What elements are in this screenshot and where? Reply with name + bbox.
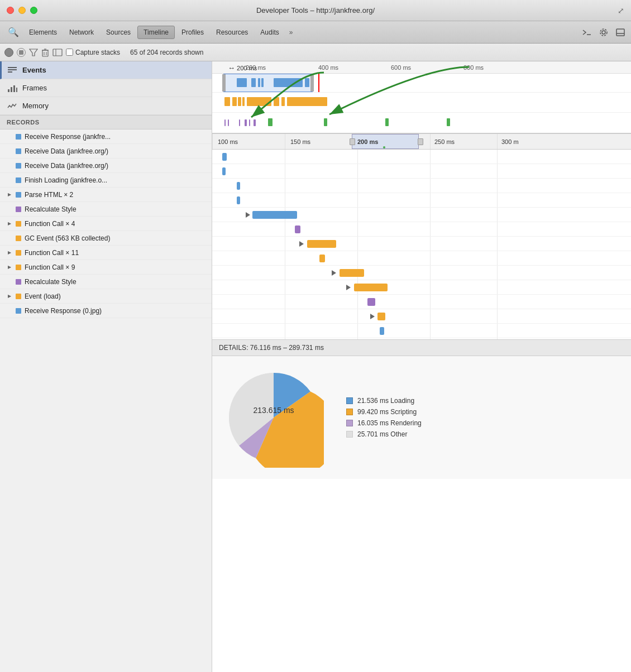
settings-icon[interactable]	[597, 26, 610, 39]
record-label: Function Call × 4	[25, 220, 75, 228]
record-item-5[interactable]: Recalculate Style	[0, 202, 212, 217]
record-item-10[interactable]: Recalculate Style	[0, 275, 212, 289]
main-content: Events Frames	[0, 61, 631, 672]
legend-color-rendering	[346, 420, 353, 426]
detail-marker-200ms: 200 ms	[357, 138, 378, 145]
tab-network[interactable]: Network	[64, 26, 99, 39]
record-expand-icon: ▶	[7, 221, 12, 227]
record-color-indicator	[16, 207, 21, 212]
record-color-indicator	[16, 236, 21, 241]
record-item-0[interactable]: Receive Response (jankfre...	[0, 129, 212, 144]
svg-marker-5	[30, 49, 37, 56]
record-list: Receive Response (jankfre...Receive Data…	[0, 129, 212, 672]
record-color-indicator	[16, 192, 21, 198]
tab-timeline[interactable]: Timeline	[137, 26, 175, 39]
events-label: Events	[22, 66, 46, 74]
tab-audits[interactable]: Audits	[255, 26, 284, 39]
capture-stacks-label[interactable]: Capture stacks	[66, 49, 120, 56]
tab-sources[interactable]: Sources	[101, 26, 136, 39]
svg-rect-19	[16, 88, 17, 92]
record-label: Receive Data (jankfree.org/)	[25, 147, 108, 155]
record-label: Recalculate Style	[25, 278, 77, 286]
selection-label: ↔ 200 ms	[228, 64, 257, 72]
events-icon	[7, 66, 18, 74]
sidebar-item-frames[interactable]: Frames	[0, 79, 212, 97]
sidebar-item-events[interactable]: Events	[0, 61, 212, 79]
record-expand-icon	[7, 148, 12, 154]
detail-marker-150ms: 150 ms	[290, 138, 310, 145]
filter-icon[interactable]	[29, 48, 38, 57]
record-item-2[interactable]: Receive Data (jankfree.org/)	[0, 159, 212, 173]
close-button[interactable]	[7, 7, 14, 14]
record-expand-icon	[7, 236, 12, 241]
record-item-6[interactable]: ▶Function Call × 4	[0, 217, 212, 231]
expand-icon[interactable]	[52, 49, 63, 56]
window-title: Developer Tools – http://jankfree.org/	[256, 6, 375, 15]
timeline-row-10	[212, 295, 631, 309]
legend-other: 25.701 ms Other	[346, 430, 422, 438]
dock-icon[interactable]	[614, 26, 627, 39]
memory-icon	[7, 102, 18, 110]
main-toolbar: 🔍 Elements Network Sources Timeline Prof…	[0, 21, 631, 44]
records-header: RECORDS	[0, 116, 212, 129]
legend-loading: 21.536 ms Loading	[346, 397, 422, 405]
svg-rect-6	[42, 50, 48, 56]
resize-icon[interactable]: ⤢	[618, 6, 624, 15]
record-item-8[interactable]: ▶Function Call × 11	[0, 246, 212, 260]
pie-center-value: 213.615 ms	[253, 406, 294, 415]
bar-func-call-11	[340, 269, 364, 277]
stop-button[interactable]	[17, 48, 26, 57]
console-icon[interactable]	[581, 26, 593, 39]
sidebar-item-memory[interactable]: Memory	[0, 97, 212, 115]
overview-ruler: 200 ms 400 ms 600 ms 800 ms	[212, 61, 631, 74]
timeline-row-1	[212, 164, 631, 179]
bar-gc-event	[319, 255, 325, 262]
pie-container: 213.615 ms 21.536 ms Loading 99.420 ms S…	[223, 367, 422, 468]
record-label: Recalculate Style	[25, 205, 77, 213]
marker-600ms: 600 ms	[391, 64, 411, 71]
bar-func-call-9	[354, 284, 388, 291]
svg-rect-11	[53, 49, 62, 56]
timeline-row-4	[212, 208, 631, 222]
record-label: Function Call × 11	[25, 249, 79, 257]
record-item-11[interactable]: ▶Event (load)	[0, 289, 212, 304]
legend-label-other: 25.701 ms Other	[357, 430, 407, 438]
timeline-row-11	[212, 309, 631, 324]
record-expand-icon	[7, 177, 12, 183]
bottom-panel: 213.615 ms 21.536 ms Loading 99.420 ms S…	[212, 356, 631, 479]
memory-label: Memory	[22, 102, 49, 110]
record-item-9[interactable]: ▶Function Call × 9	[0, 260, 212, 275]
record-item-4[interactable]: ▶Parse HTML × 2	[0, 188, 212, 202]
capture-stacks-checkbox[interactable]	[66, 49, 73, 56]
title-bar: Developer Tools – http://jankfree.org/ ⤢	[0, 0, 631, 21]
svg-rect-16	[8, 89, 9, 92]
record-item-12[interactable]: Receive Response (0.jpg)	[0, 304, 212, 318]
search-icon[interactable]: 🔍	[4, 25, 22, 40]
record-label: Finish Loading (jankfree.o...	[25, 176, 107, 184]
bar-func-call-4	[307, 240, 336, 248]
bar-finish-loading	[237, 196, 240, 204]
detail-ruler: 100 ms 150 ms 200 ms 250 ms 300 m	[212, 134, 631, 150]
more-tabs-icon[interactable]: »	[286, 26, 297, 39]
record-button[interactable]	[4, 48, 13, 57]
sidebar-nav: Events Frames	[0, 61, 212, 116]
maximize-button[interactable]	[30, 7, 37, 14]
detail-marker-100ms: 100 ms	[218, 138, 238, 145]
secondary-toolbar: Capture stacks 65 of 204 records shown	[0, 44, 631, 61]
svg-point-1	[602, 31, 605, 34]
tab-profiles[interactable]: Profiles	[176, 26, 209, 39]
minimize-button[interactable]	[18, 7, 26, 14]
record-expand-icon: ▶	[7, 250, 12, 256]
record-expand-icon	[7, 207, 12, 212]
tab-resources[interactable]: Resources	[211, 26, 254, 39]
trash-icon[interactable]	[41, 48, 49, 57]
tab-elements[interactable]: Elements	[23, 26, 63, 39]
svg-point-2	[600, 29, 607, 36]
frames-label: Frames	[22, 84, 47, 92]
bar-recalculate-style-2	[367, 298, 375, 306]
record-item-3[interactable]: Finish Loading (jankfree.o...	[0, 173, 212, 188]
record-item-7[interactable]: GC Event (563 KB collected)	[0, 231, 212, 246]
record-color-indicator	[16, 265, 21, 270]
record-label: Function Call × 9	[25, 263, 75, 271]
record-item-1[interactable]: Receive Data (jankfree.org/)	[0, 144, 212, 159]
